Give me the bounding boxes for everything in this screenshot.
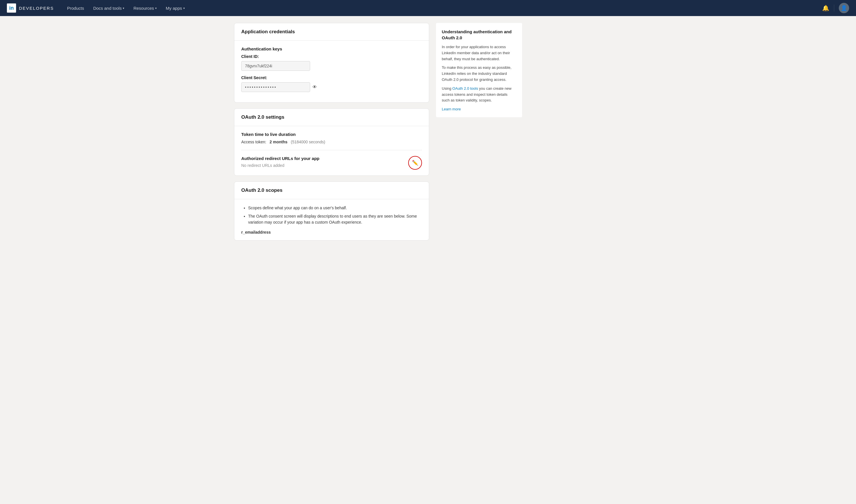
nav-my-apps[interactable]: My apps ▾: [162, 3, 189, 13]
nav-right: 🔔 👤: [822, 3, 849, 13]
sidebar-content: Understanding authentication and OAuth 2…: [436, 23, 522, 117]
chevron-down-icon: ▾: [155, 6, 157, 10]
app-credentials-body: Authentication keys Client ID: 78gvrv7uk…: [234, 41, 429, 102]
redirect-content: Authorized redirect URLs for your app No…: [241, 156, 319, 168]
oauth-settings-header: OAuth 2.0 settings: [234, 109, 429, 126]
oauth-settings-title: OAuth 2.0 settings: [241, 114, 284, 120]
client-secret-value: ••••••••••••••: [241, 82, 310, 92]
chevron-down-icon: ▾: [183, 6, 185, 10]
edit-icon: ✏️: [412, 160, 418, 166]
nav-items: Products Docs and tools ▾ Resources ▾ My…: [63, 3, 822, 13]
app-credentials-title: Application credentials: [241, 29, 295, 34]
navbar: in DEVELOPERS Products Docs and tools ▾ …: [0, 0, 856, 16]
redirect-title: Authorized redirect URLs for your app: [241, 156, 319, 161]
access-token-seconds: (5184000 seconds): [291, 140, 325, 144]
auth-keys-title: Authentication keys: [241, 47, 422, 51]
client-id-field: 78gvrv7ukf224i: [241, 61, 422, 71]
client-secret-group: Client Secret: •••••••••••••• 👁: [241, 75, 422, 92]
sidebar: Understanding authentication and OAuth 2…: [436, 23, 522, 240]
app-credentials-header: Application credentials: [234, 23, 429, 41]
oauth-scopes-card: OAuth 2.0 scopes Scopes define what your…: [234, 181, 429, 240]
client-id-label: Client ID:: [241, 54, 422, 59]
access-token-duration: 2 months: [270, 140, 287, 144]
chevron-down-icon: ▾: [123, 6, 124, 10]
scopes-body: Scopes define what your app can do on a …: [234, 199, 429, 240]
page-layout: Application credentials Authentication k…: [227, 16, 629, 247]
scope-bullet-1: Scopes define what your app can do on a …: [248, 205, 422, 211]
scope-bullet-2: The OAuth consent screen will display de…: [248, 213, 422, 225]
oauth-settings-card: OAuth 2.0 settings Token time to live du…: [234, 108, 429, 176]
scope-bullet-list: Scopes define what your app can do on a …: [241, 205, 422, 225]
sidebar-title: Understanding authentication and OAuth 2…: [442, 29, 517, 41]
brand[interactable]: in DEVELOPERS: [7, 3, 54, 13]
show-secret-icon[interactable]: 👁: [312, 85, 317, 90]
linkedin-logo-icon: in: [7, 3, 16, 13]
sidebar-para-1: In order for your applications to access…: [442, 44, 517, 62]
nav-resources[interactable]: Resources ▾: [129, 3, 161, 13]
sidebar-para-3: Using OAuth 2.0 tools you can create new…: [442, 86, 517, 104]
learn-more-link[interactable]: Learn more: [442, 107, 461, 111]
avatar[interactable]: 👤: [839, 3, 849, 13]
nav-divider: [834, 5, 834, 12]
app-credentials-card: Application credentials Authentication k…: [234, 23, 429, 103]
oauth-tools-link[interactable]: OAuth 2.0 tools: [452, 86, 478, 91]
notifications-icon[interactable]: 🔔: [822, 5, 829, 12]
sidebar-para-2: To make this process as easy as possible…: [442, 65, 517, 83]
client-id-group: Client ID: 78gvrv7ukf224i: [241, 54, 422, 71]
nav-products[interactable]: Products: [63, 3, 88, 13]
client-id-value: 78gvrv7ukf224i: [241, 61, 310, 71]
token-ttl-section: Token time to live duration Access token…: [234, 126, 429, 150]
redirect-section: Authorized redirect URLs for your app No…: [234, 150, 429, 176]
edit-redirect-button[interactable]: ✏️: [408, 156, 422, 170]
nav-docs-tools[interactable]: Docs and tools ▾: [89, 3, 128, 13]
client-secret-field: •••••••••••••• 👁: [241, 82, 422, 92]
sidebar-para3-prefix: Using: [442, 86, 452, 91]
token-ttl-title: Token time to live duration: [241, 132, 422, 137]
scope-r-emailaddress: r_emailaddress: [241, 230, 422, 235]
oauth-scopes-header: OAuth 2.0 scopes: [234, 182, 429, 199]
client-secret-label: Client Secret:: [241, 75, 422, 80]
oauth-scopes-title: OAuth 2.0 scopes: [241, 187, 283, 193]
token-info: Access token: 2 months (5184000 seconds): [241, 140, 422, 144]
brand-name: DEVELOPERS: [19, 6, 54, 11]
access-token-label: Access token:: [241, 140, 266, 144]
redirect-empty: No redirect URLs added: [241, 163, 319, 168]
main-content: Application credentials Authentication k…: [234, 23, 429, 240]
